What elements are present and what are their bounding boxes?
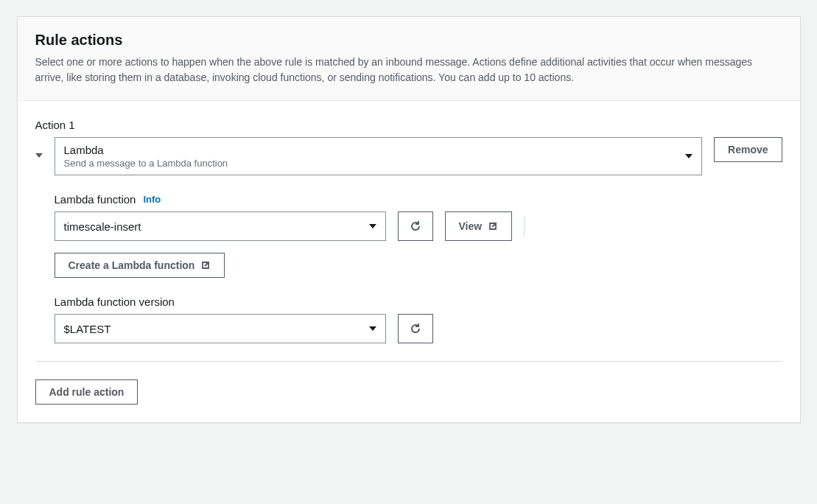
refresh-lambda-button[interactable] [398, 211, 433, 241]
lambda-function-label-row: Lambda function Info [55, 193, 782, 206]
lambda-version-label-row: Lambda function version [55, 295, 782, 308]
panel-body: Action 1 Lambda Send a message to a Lamb… [18, 101, 800, 422]
lambda-version-value: $LATEST [64, 323, 111, 335]
lambda-function-value: timescale-insert [64, 220, 141, 233]
lambda-version-field: Lambda function version $LATEST [55, 295, 782, 343]
vertical-divider [524, 216, 525, 237]
view-lambda-button[interactable]: View [445, 211, 513, 241]
lambda-function-label: Lambda function [55, 193, 136, 206]
chevron-down-icon [369, 224, 376, 228]
view-button-label: View [459, 220, 483, 232]
remove-action-button[interactable]: Remove [714, 137, 782, 162]
lambda-version-row: $LATEST [55, 314, 782, 343]
lambda-function-row: timescale-insert View [55, 211, 782, 241]
action-select-text: Lambda Send a message to a Lambda functi… [64, 144, 228, 169]
refresh-icon [410, 220, 421, 232]
action-1-title: Action 1 [35, 119, 782, 131]
refresh-icon [410, 323, 421, 335]
lambda-function-select[interactable]: timescale-insert [55, 211, 386, 241]
chevron-down-icon [685, 154, 692, 158]
collapse-toggle-icon[interactable] [35, 153, 43, 158]
panel-title: Rule actions [35, 32, 782, 49]
add-rule-action-button[interactable]: Add rule action [35, 379, 138, 405]
lambda-version-select[interactable]: $LATEST [55, 314, 386, 343]
action-1-config: Lambda function Info timescale-insert [55, 193, 782, 343]
info-link[interactable]: Info [143, 194, 161, 205]
action-1-row: Lambda Send a message to a Lambda functi… [35, 137, 782, 175]
lambda-version-label: Lambda function version [55, 295, 175, 308]
action-select-description: Send a message to a Lambda function [64, 158, 228, 169]
action-select-label: Lambda [64, 144, 228, 156]
refresh-version-button[interactable] [398, 314, 433, 343]
panel-header: Rule actions Select one or more actions … [18, 17, 800, 101]
panel-description: Select one or more actions to happen whe… [35, 55, 782, 85]
lambda-function-field: Lambda function Info timescale-insert [55, 193, 782, 278]
add-rule-action-label: Add rule action [49, 386, 125, 398]
action-1-block: Action 1 Lambda Send a message to a Lamb… [35, 119, 782, 362]
create-lambda-button[interactable]: Create a Lambda function [55, 253, 225, 278]
external-link-icon [488, 221, 498, 231]
create-lambda-label: Create a Lambda function [69, 259, 195, 271]
chevron-down-icon [369, 326, 376, 331]
remove-button-label: Remove [728, 144, 768, 155]
external-link-icon [200, 260, 211, 270]
rule-actions-panel: Rule actions Select one or more actions … [17, 16, 801, 423]
action-type-select[interactable]: Lambda Send a message to a Lambda functi… [55, 137, 703, 175]
